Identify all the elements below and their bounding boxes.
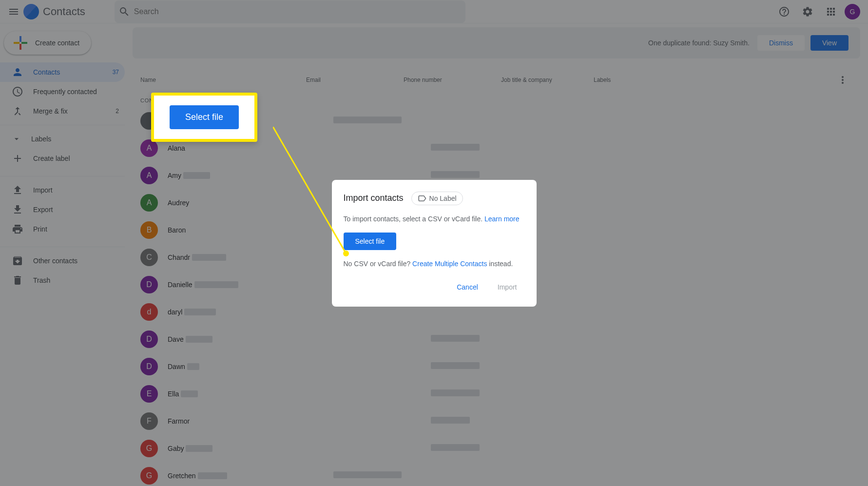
- learn-more-link[interactable]: Learn more: [484, 215, 520, 223]
- callout-select-file-button: Select file: [170, 105, 239, 129]
- import-contacts-dialog: Import contacts No Label To import conta…: [332, 180, 537, 307]
- cancel-button[interactable]: Cancel: [449, 279, 486, 295]
- no-label-text: No Label: [429, 194, 457, 202]
- select-file-callout: Select file: [151, 93, 257, 142]
- dialog-header: Import contacts No Label: [344, 192, 525, 205]
- dialog-actions: Cancel Import: [344, 279, 525, 295]
- create-multiple-link[interactable]: Create Multiple Contacts: [412, 260, 487, 268]
- select-file-button[interactable]: Select file: [344, 233, 397, 250]
- dialog-footer-text: No CSV or vCard file? Create Multiple Co…: [344, 260, 525, 268]
- import-button[interactable]: Import: [490, 279, 525, 295]
- no-label-chip[interactable]: No Label: [411, 192, 463, 205]
- modal-overlay: Import contacts No Label To import conta…: [0, 0, 868, 486]
- label-icon: [418, 194, 426, 203]
- dialog-title: Import contacts: [344, 193, 404, 203]
- dialog-instruction: To import contacts, select a CSV or vCar…: [344, 215, 525, 223]
